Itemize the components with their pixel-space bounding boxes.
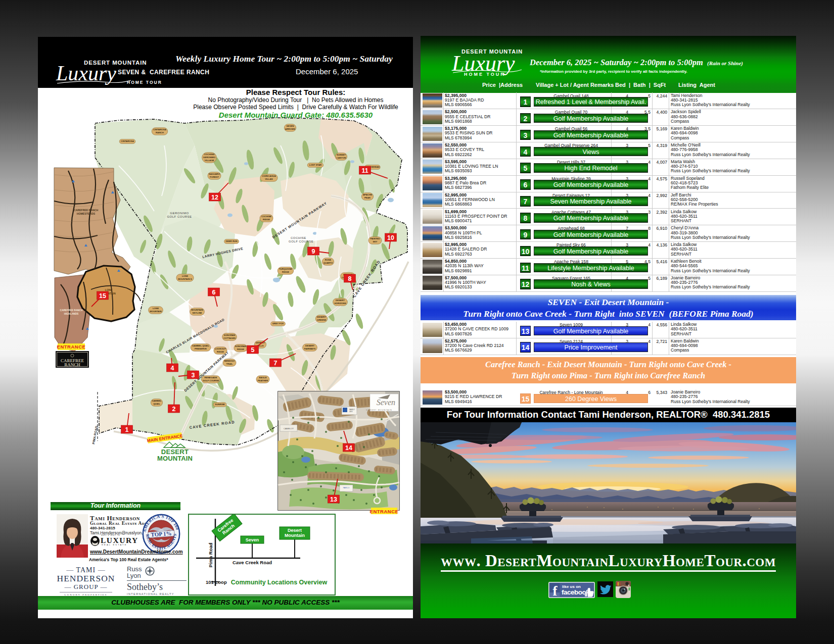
svg-text:CAREFREE RANCH: CAREFREE RANCH: [74, 209, 99, 212]
svg-text:CAMELOT: CAMELOT: [284, 427, 294, 430]
svg-text:MOUNTAIN: MOUNTAIN: [157, 455, 193, 462]
svg-text:GERONIMO: GERONIMO: [170, 212, 189, 215]
svg-text:4: 4: [171, 365, 174, 372]
svg-text:Desert: Desert: [288, 528, 302, 533]
svg-text:RIDGE: RIDGE: [217, 351, 224, 353]
svg-text:11: 11: [361, 167, 368, 174]
svg-text:FOREST: FOREST: [210, 176, 219, 178]
svg-text:ARROWS: ARROWS: [285, 128, 295, 130]
svg-text:GERONIMO: GERONIMO: [203, 156, 216, 159]
svg-text:QUAIL: QUAIL: [153, 403, 160, 405]
svg-text:TURQUOISE: TURQUOISE: [279, 268, 292, 270]
svg-text:CANYON: CANYON: [336, 157, 346, 159]
svg-text:SUNSET: SUNSET: [337, 154, 346, 156]
svg-text:LOOKOUT: LOOKOUT: [215, 348, 226, 350]
svg-text:ROSE: ROSE: [325, 259, 332, 261]
svg-text:MOUNTAIN: MOUNTAIN: [191, 309, 203, 311]
svg-text:12: 12: [211, 194, 218, 201]
svg-text:Mountain: Mountain: [285, 533, 305, 538]
svg-text:2: 2: [172, 406, 176, 413]
svg-text:LONE: LONE: [105, 288, 113, 291]
svg-text:DESERT: DESERT: [317, 316, 326, 318]
svg-text:RIDGE: RIDGE: [237, 348, 244, 351]
svg-text:f: f: [553, 583, 558, 599]
svg-text:SUNRISE: SUNRISE: [215, 403, 225, 406]
svg-text:GREENS: GREENS: [317, 319, 327, 321]
svg-text:CHIRICAHUA: CHIRICAHUA: [262, 175, 276, 177]
svg-text:GAMBEL: GAMBEL: [152, 400, 161, 402]
svg-text:EAGLE: EAGLE: [259, 376, 266, 379]
svg-text:VILLAGE: VILLAGE: [204, 159, 214, 162]
svg-text:MOUNTAIN: MOUNTAIN: [150, 310, 161, 313]
svg-text:COCHISE: COCHISE: [291, 236, 306, 239]
svg-text:CAREFREE RANCH: CAREFREE RANCH: [60, 309, 83, 312]
svg-text:HORIZONS: HORIZONS: [334, 302, 346, 305]
svg-text:RENEGADE: RENEGADE: [205, 376, 217, 379]
svg-text:LONE: LONE: [182, 275, 188, 277]
svg-text:COCHISE: COCHISE: [261, 215, 271, 218]
svg-text:SEVEN: SEVEN: [287, 125, 294, 127]
svg-text:GOLF COURSE: GOLF COURSE: [289, 240, 313, 243]
svg-text:5: 5: [251, 346, 255, 354]
svg-text:DESERT: DESERT: [305, 344, 314, 347]
svg-text:Cave Creek Road: Cave Creek Road: [233, 560, 272, 565]
svg-text:10: 10: [387, 234, 394, 241]
svg-text:SONORAN: SONORAN: [235, 345, 246, 348]
svg-text:RANCH: RANCH: [156, 131, 164, 134]
svg-text:CINTAROSA: CINTAROSA: [153, 128, 167, 131]
svg-text:Community Locations Overview: Community Locations Overview: [231, 579, 328, 586]
svg-text:RIDGE: RIDGE: [263, 218, 270, 221]
svg-text:PARCO: PARCO: [343, 487, 350, 489]
svg-text:MOUNTAIN S: MOUNTAIN S: [178, 278, 192, 280]
svg-text:GOLF COURSE: GOLF COURSE: [167, 215, 192, 218]
svg-text:PEAK: PEAK: [364, 196, 371, 199]
svg-text:Seven: Seven: [246, 537, 259, 542]
svg-text:COCHISE/: COCHISE/: [204, 153, 215, 156]
svg-text:Seven: Seven: [377, 398, 395, 407]
svg-text:13: 13: [330, 496, 337, 503]
svg-text:HOMESTEADS: HOMESTEADS: [77, 212, 96, 215]
svg-text:15: 15: [99, 292, 106, 300]
svg-text:SKY: SKY: [373, 240, 377, 243]
svg-text:PRESERVE: PRESERVE: [195, 348, 207, 350]
svg-text:DEER RUN: DEER RUN: [226, 240, 238, 242]
svg-text:GREY FOX: GREY FOX: [272, 322, 284, 325]
svg-text:SAGUARO: SAGUARO: [209, 173, 220, 175]
svg-text:14: 14: [345, 444, 352, 452]
svg-text:7: 7: [274, 360, 277, 367]
svg-text:GAMBEL QUAIL: GAMBEL QUAIL: [192, 344, 209, 347]
svg-text:CINTAROSA: CINTAROSA: [121, 140, 134, 142]
svg-text:RIDGE: RIDGE: [282, 271, 289, 273]
svg-text:BENDIGO: BENDIGO: [224, 360, 235, 362]
svg-text:6: 6: [212, 289, 216, 296]
svg-text:RANCH: RANCH: [64, 362, 80, 367]
svg-text:APACHE: APACHE: [363, 193, 372, 196]
svg-text:3: 3: [192, 372, 195, 379]
svg-text:COTTAGES: COTTAGES: [223, 337, 236, 339]
svg-text:QUARTZ: QUARTZ: [323, 262, 333, 264]
svg-text:Pima Road: Pima Road: [208, 542, 213, 567]
svg-text:DESERT: DESERT: [336, 299, 345, 302]
svg-text:ENTRANCE: ENTRANCE: [57, 344, 86, 350]
svg-text:DESERT MOUNTAIN: DESERT MOUNTAIN: [366, 409, 392, 411]
svg-text:1: 1: [125, 426, 129, 433]
svg-text:PAINTED: PAINTED: [370, 237, 380, 240]
svg-text:SKYLINE: SKYLINE: [192, 312, 202, 314]
svg-text:8: 8: [348, 275, 352, 282]
svg-text:LOST STAR: LOST STAR: [309, 164, 322, 166]
svg-text:LONE: LONE: [153, 307, 159, 310]
svg-text:TRAIL: TRAIL: [226, 363, 233, 365]
svg-text:FEATHER: FEATHER: [258, 379, 268, 382]
svg-text:ENTRANCE: ENTRANCE: [370, 509, 399, 514]
svg-text:SONORAN: SONORAN: [224, 334, 235, 336]
svg-text:9: 9: [312, 248, 315, 255]
svg-text:DEV: DEV: [349, 411, 353, 413]
svg-text:PIMA ROAD: PIMA ROAD: [91, 425, 98, 444]
svg-text:VILLAS: VILLAS: [265, 178, 273, 180]
svg-text:FAIRWAYS: FAIRWAYS: [304, 348, 316, 350]
svg-text:GOLF COURSE: GOLF COURSE: [203, 379, 219, 382]
svg-text:HIGHLANDS: HIGHLANDS: [64, 313, 79, 315]
